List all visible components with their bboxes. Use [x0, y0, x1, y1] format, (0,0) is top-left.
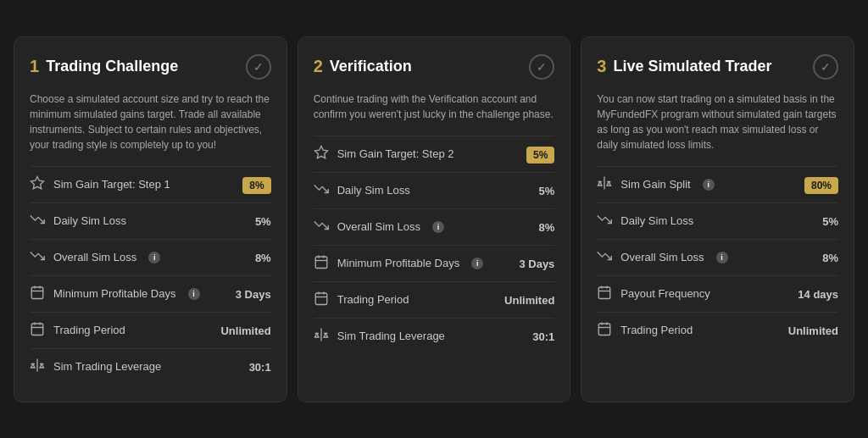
card-title-1: 1Trading Challenge — [30, 57, 178, 76]
row-1-1: Sim Gain Target: Step 18% — [30, 166, 271, 202]
info-icon-1-4[interactable]: i — [188, 288, 200, 300]
card-description-2: Continue trading with the Verification a… — [314, 91, 555, 122]
step-number-2: 2 — [314, 57, 323, 76]
value-text-1-6: 30:1 — [249, 361, 271, 374]
info-icon-2-4[interactable]: i — [471, 258, 483, 269]
row-left-3-3: Overall Sim Lossi — [597, 248, 727, 267]
row-3-4: Payout Frequency14 days — [597, 275, 838, 312]
split-icon-3-1 — [597, 175, 612, 194]
check-icon-3: ✓ — [813, 54, 838, 80]
row-label-1-3: Overall Sim Loss — [53, 251, 136, 263]
badge-1-1: 8% — [242, 177, 270, 194]
row-value-1-4: 3 Days — [236, 286, 271, 302]
svg-rect-13 — [315, 257, 327, 269]
row-left-1-6: Sim Trading Leverage — [30, 358, 161, 376]
badge-2-1: 5% — [526, 147, 554, 164]
card-description-1: Choose a simulated account size and try … — [30, 91, 271, 152]
row-value-2-6: 30:1 — [532, 329, 554, 344]
row-label-3-2: Daily Sim Loss — [620, 214, 693, 227]
card-header-3: 3Live Simulated Trader✓ — [597, 54, 838, 80]
star-icon-2-1 — [314, 145, 329, 164]
row-1-3: Overall Sim Lossi8% — [30, 239, 271, 275]
loss-icon-2-3 — [314, 218, 329, 236]
row-label-3-3: Overall Sim Loss — [620, 251, 704, 263]
row-left-2-3: Overall Sim Lossi — [314, 218, 444, 236]
svg-rect-1 — [31, 287, 43, 299]
row-value-2-1: 5% — [526, 147, 554, 162]
balance-icon-1-6 — [30, 358, 45, 376]
row-2-1: Sim Gain Target: Step 25% — [314, 136, 555, 172]
star-icon-1-1 — [30, 175, 45, 194]
svg-marker-12 — [314, 146, 327, 158]
row-label-1-6: Sim Trading Leverage — [53, 360, 161, 373]
row-value-3-4: 14 days — [798, 286, 838, 302]
value-text-3-2: 5% — [822, 215, 838, 228]
loss-icon-3-3 — [597, 248, 612, 267]
row-label-2-2: Daily Sim Loss — [337, 184, 410, 197]
row-label-1-4: Minimum Profitable Days — [53, 287, 176, 300]
step-number-1: 1 — [30, 57, 39, 76]
row-left-2-2: Daily Sim Loss — [314, 181, 410, 200]
row-label-3-5: Trading Period — [620, 324, 693, 336]
value-text-1-2: 5% — [255, 215, 271, 228]
row-left-2-6: Sim Trading Leverage — [314, 327, 445, 346]
info-icon-1-3[interactable]: i — [148, 252, 160, 263]
row-value-3-2: 5% — [822, 213, 838, 229]
row-value-1-5: Unlimited — [220, 323, 270, 338]
value-text-3-5: Unlimited — [788, 324, 838, 337]
info-icon-3-1[interactable]: i — [703, 179, 715, 191]
loss-icon-1-3 — [30, 248, 45, 267]
step-number-3: 3 — [597, 57, 606, 76]
value-text-1-4: 3 Days — [236, 288, 271, 301]
row-left-2-5: Trading Period — [314, 291, 409, 309]
card-header-1: 1Trading Challenge✓ — [30, 54, 271, 80]
row-left-1-1: Sim Gain Target: Step 1 — [30, 175, 170, 194]
svg-rect-17 — [315, 293, 327, 305]
value-text-1-5: Unlimited — [220, 324, 270, 337]
card-3: 3Live Simulated Trader✓You can now start… — [581, 36, 854, 402]
badge-3-1: 80% — [804, 177, 838, 194]
row-left-1-4: Minimum Profitable Daysi — [30, 285, 200, 303]
row-value-2-5: Unlimited — [504, 292, 554, 308]
card-title-2: 2Verification — [314, 57, 412, 76]
loss-icon-3-2 — [597, 212, 612, 230]
row-value-3-3: 8% — [822, 250, 838, 265]
row-label-1-5: Trading Period — [53, 324, 125, 336]
row-label-2-5: Trading Period — [337, 293, 409, 306]
card-2: 2Verification✓Continue trading with the … — [298, 36, 571, 402]
row-left-1-3: Overall Sim Lossi — [30, 248, 160, 267]
balance-icon-2-6 — [314, 327, 329, 346]
card-title-text-2: Verification — [330, 58, 412, 75]
calendar-icon-1-5 — [30, 321, 45, 340]
row-value-2-2: 5% — [539, 183, 555, 198]
value-text-2-2: 5% — [539, 185, 555, 197]
row-left-2-4: Minimum Profitable Daysi — [314, 254, 484, 273]
row-value-1-2: 5% — [255, 213, 271, 229]
loss-icon-2-2 — [314, 181, 329, 200]
svg-rect-31 — [599, 324, 611, 335]
row-3-1: Sim Gain Spliti80% — [597, 166, 838, 202]
row-value-1-6: 30:1 — [249, 359, 271, 374]
card-title-text-3: Live Simulated Trader — [613, 58, 771, 75]
row-label-2-6: Sim Trading Leverage — [337, 330, 445, 342]
row-label-2-1: Sim Gain Target: Step 2 — [337, 147, 454, 160]
row-left-1-2: Daily Sim Loss — [30, 212, 126, 230]
info-icon-3-3[interactable]: i — [716, 252, 728, 263]
info-icon-2-3[interactable]: i — [432, 221, 444, 233]
row-1-6: Sim Trading Leverage30:1 — [30, 348, 271, 385]
row-value-1-3: 8% — [255, 250, 271, 265]
row-value-3-5: Unlimited — [788, 323, 838, 338]
row-left-3-2: Daily Sim Loss — [597, 212, 693, 230]
card-title-text-1: Trading Challenge — [46, 58, 178, 75]
row-1-4: Minimum Profitable Daysi3 Days — [30, 275, 271, 312]
value-text-2-6: 30:1 — [532, 330, 554, 343]
row-label-2-3: Overall Sim Loss — [337, 220, 420, 233]
row-3-2: Daily Sim Loss5% — [597, 202, 838, 239]
cards-container: 1Trading Challenge✓Choose a simulated ac… — [14, 36, 854, 402]
row-2-2: Daily Sim Loss5% — [314, 172, 555, 208]
row-label-2-4: Minimum Profitable Days — [337, 257, 460, 269]
row-label-1-1: Sim Gain Target: Step 1 — [53, 178, 170, 191]
value-text-3-3: 8% — [822, 252, 838, 264]
row-value-1-1: 8% — [242, 177, 270, 192]
row-left-3-4: Payout Frequency — [597, 285, 710, 303]
